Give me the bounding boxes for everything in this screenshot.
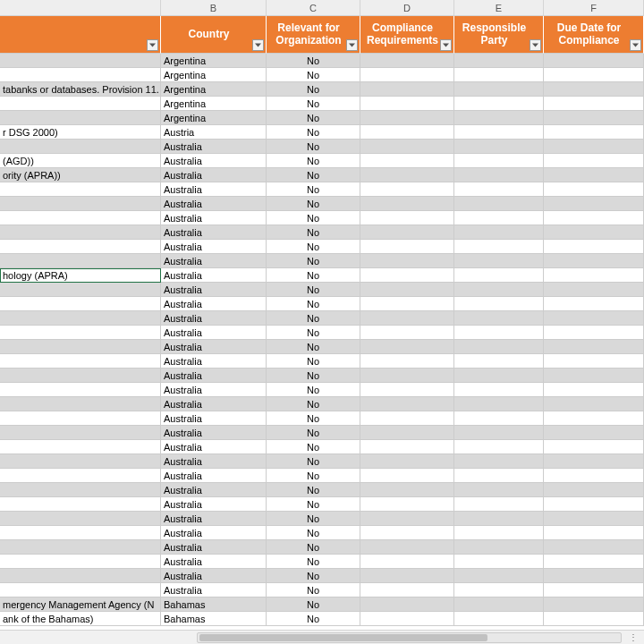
col-letter-b[interactable]: B — [161, 0, 267, 15]
cell[interactable]: No — [267, 326, 360, 340]
table-row[interactable]: r DSG 2000)AustriaNo — [0, 125, 644, 140]
cell[interactable]: r DSG 2000) — [0, 125, 161, 140]
table-row[interactable]: AustraliaNo — [0, 197, 644, 211]
cell[interactable]: No — [267, 54, 360, 68]
cell[interactable]: No — [267, 469, 360, 483]
cell[interactable] — [544, 68, 644, 82]
cell[interactable] — [360, 383, 454, 397]
table-row[interactable]: AustraliaNo — [0, 526, 644, 540]
cell[interactable] — [360, 140, 454, 154]
header-cell-responsible[interactable]: Responsible Party — [454, 16, 544, 54]
cell[interactable] — [544, 154, 644, 168]
cell[interactable] — [360, 283, 454, 297]
filter-button[interactable] — [147, 39, 158, 51]
cell[interactable] — [544, 240, 644, 254]
horizontal-scrollbar[interactable]: ⋮ — [0, 630, 644, 644]
cell[interactable]: Australia — [161, 440, 267, 454]
cell[interactable]: No — [267, 512, 360, 526]
filter-button[interactable] — [630, 39, 641, 51]
col-letter-c[interactable]: C — [267, 0, 360, 15]
header-cell-country[interactable]: Country — [161, 16, 267, 54]
cell[interactable] — [360, 354, 454, 369]
col-letter-e[interactable]: E — [454, 0, 544, 15]
cell[interactable]: No — [267, 483, 360, 497]
cell[interactable] — [544, 197, 644, 211]
cell[interactable] — [360, 469, 454, 483]
table-row[interactable]: AustraliaNo — [0, 340, 644, 354]
table-row[interactable]: AustraliaNo — [0, 512, 644, 526]
cell[interactable] — [360, 268, 454, 283]
cell[interactable] — [454, 411, 544, 426]
cell[interactable] — [454, 225, 544, 240]
cell[interactable] — [0, 483, 161, 497]
table-row[interactable]: AustraliaNo — [0, 569, 644, 583]
cell[interactable]: Australia — [161, 254, 267, 268]
cell[interactable]: Australia — [161, 369, 267, 383]
cell[interactable] — [0, 569, 161, 583]
filter-button[interactable] — [440, 39, 452, 51]
cell[interactable]: No — [267, 440, 360, 454]
cell[interactable] — [0, 297, 161, 311]
cell[interactable]: Australia — [161, 225, 267, 240]
cell[interactable] — [360, 154, 454, 168]
cell[interactable] — [544, 168, 644, 182]
sheet-options-icon[interactable]: ⋮ — [629, 632, 639, 642]
header-cell-a[interactable] — [0, 16, 161, 54]
cell[interactable] — [454, 612, 544, 626]
cell[interactable] — [0, 512, 161, 526]
cell[interactable]: tabanks or databases. Provision 11. — [0, 82, 161, 97]
cell[interactable] — [454, 154, 544, 168]
cell[interactable] — [544, 82, 644, 97]
cell[interactable]: No — [267, 311, 360, 326]
cell[interactable]: Australia — [161, 354, 267, 369]
cell[interactable] — [454, 569, 544, 583]
cell[interactable] — [544, 483, 644, 497]
cell[interactable]: Australia — [161, 555, 267, 569]
cell[interactable] — [544, 111, 644, 125]
cell[interactable] — [454, 140, 544, 154]
cell[interactable] — [544, 297, 644, 311]
cell[interactable]: Australia — [161, 140, 267, 154]
col-letter-a[interactable] — [0, 0, 161, 15]
cell[interactable] — [0, 140, 161, 154]
cell[interactable] — [360, 168, 454, 182]
cell[interactable] — [0, 555, 161, 569]
table-row[interactable]: (AGD))AustraliaNo — [0, 154, 644, 168]
cell[interactable]: Australia — [161, 426, 267, 440]
cell[interactable] — [454, 555, 544, 569]
table-row[interactable]: AustraliaNo — [0, 397, 644, 411]
cell[interactable] — [0, 583, 161, 597]
cell[interactable] — [0, 440, 161, 454]
cell[interactable] — [544, 426, 644, 440]
cell[interactable] — [360, 254, 454, 268]
cell[interactable] — [360, 526, 454, 540]
cell[interactable] — [0, 54, 161, 68]
cell[interactable] — [454, 583, 544, 597]
cell[interactable]: (AGD)) — [0, 154, 161, 168]
cell[interactable]: No — [267, 168, 360, 182]
cell[interactable]: No — [267, 426, 360, 440]
cell[interactable]: Argentina — [161, 97, 267, 111]
cell[interactable] — [544, 254, 644, 268]
cell[interactable] — [0, 354, 161, 369]
filter-button[interactable] — [346, 39, 358, 51]
cell[interactable] — [0, 283, 161, 297]
cell[interactable] — [0, 454, 161, 469]
cell[interactable]: No — [267, 297, 360, 311]
cell[interactable] — [544, 369, 644, 383]
cell[interactable]: Argentina — [161, 68, 267, 82]
cell[interactable]: Argentina — [161, 54, 267, 68]
cell[interactable] — [360, 211, 454, 225]
cell[interactable]: No — [267, 612, 360, 626]
cell[interactable]: Australia — [161, 483, 267, 497]
table-row[interactable]: AustraliaNo — [0, 283, 644, 297]
cell[interactable]: Bahamas — [161, 597, 267, 612]
cell[interactable] — [454, 125, 544, 140]
cell[interactable] — [360, 555, 454, 569]
cell[interactable] — [360, 569, 454, 583]
cell[interactable]: No — [267, 225, 360, 240]
cell[interactable]: Australia — [161, 297, 267, 311]
cell[interactable] — [454, 68, 544, 82]
cell[interactable] — [544, 454, 644, 469]
cell[interactable] — [454, 397, 544, 411]
